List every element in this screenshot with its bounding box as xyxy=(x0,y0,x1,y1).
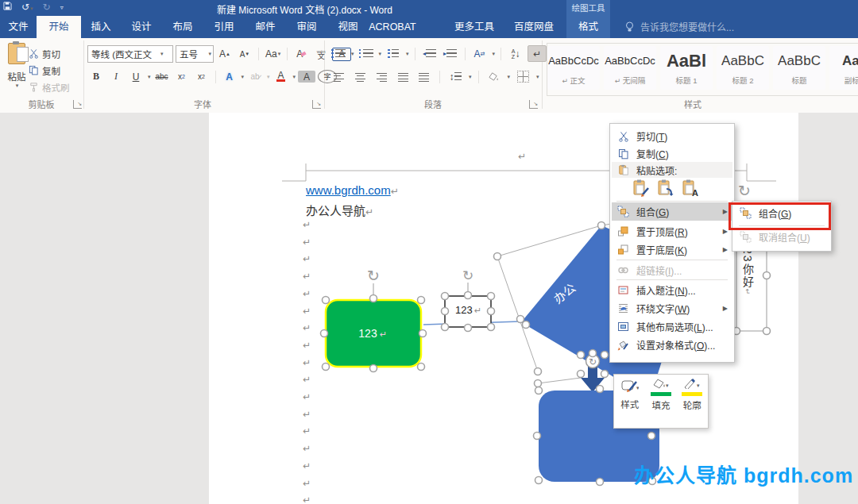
line-spacing-button[interactable]: ↕ xyxy=(446,69,464,84)
fill-color-icon: ▾ xyxy=(652,379,670,389)
style-name: 标题 xyxy=(773,75,825,86)
clear-formatting-button[interactable]: A xyxy=(292,47,310,62)
save-icon[interactable] xyxy=(3,2,12,13)
phonetic-guide-button[interactable]: wén 文 xyxy=(312,47,330,62)
numbering-button[interactable] xyxy=(358,46,375,61)
shape-style-button[interactable]: ▾ 样式 xyxy=(616,379,644,428)
menu-item-copy[interactable]: 复制C xyxy=(612,144,732,163)
paste-keep-text-only-button[interactable]: A xyxy=(682,179,699,200)
tab-acrobat[interactable]: ACROBAT xyxy=(367,16,418,38)
clipboard-dialog-launcher[interactable]: ↘ xyxy=(73,100,82,109)
font-size-combobox[interactable]: 五号▾ xyxy=(176,45,214,63)
align-left-button[interactable] xyxy=(330,69,347,84)
tab-more-tools[interactable]: 更多工具 xyxy=(443,16,505,38)
format-painter-icon xyxy=(29,82,39,92)
vertical-textbox[interactable]: 23你好↵ xyxy=(740,248,756,296)
tab-file[interactable]: 文件 xyxy=(0,16,37,38)
borders-button[interactable] xyxy=(514,69,531,84)
multilevel-list-button[interactable] xyxy=(385,46,402,61)
decrease-indent-button[interactable]: ◂ xyxy=(421,46,439,61)
watermark-text: 办公人导航 bgrdh.com xyxy=(634,460,853,488)
paste-button[interactable]: 粘贴 ▾ xyxy=(3,43,30,89)
format-painter-button[interactable]: 格式刷 xyxy=(29,79,70,94)
style-no-spacing[interactable]: AaBbCcDc ↵ 无间隔 xyxy=(604,46,656,90)
menu-item-wrap-text[interactable]: 环绕文字W ▶ xyxy=(612,299,732,317)
style-normal[interactable]: AaBbCcDc ↵ 正文 xyxy=(547,46,600,90)
bullets-button[interactable] xyxy=(330,46,347,61)
customize-qat-icon[interactable]: ▿ xyxy=(60,4,64,11)
tab-home[interactable]: 开始 xyxy=(37,16,81,38)
tab-review[interactable]: 审阅 xyxy=(286,16,327,38)
align-center-button[interactable] xyxy=(351,69,369,84)
shape-fill-button[interactable]: ▾ 填充 xyxy=(647,379,674,428)
style-name: 无间隔 xyxy=(623,76,646,85)
increase-indent-button[interactable]: ▸ xyxy=(442,46,459,61)
contextual-tab-group: 绘图工具 格式 xyxy=(566,0,610,38)
distribute-button[interactable] xyxy=(415,69,433,84)
menu-item-bring-to-front[interactable]: 置于顶层R ▶ xyxy=(612,222,732,240)
tab-baidu-netdisk[interactable]: 百度网盘 xyxy=(505,16,562,38)
grow-font-button[interactable]: A▲ xyxy=(216,47,234,62)
italic-button[interactable]: I xyxy=(107,69,125,84)
change-case-button[interactable]: Aa▾ xyxy=(264,47,282,62)
menu-separator xyxy=(739,225,825,226)
tab-references[interactable]: 引用 xyxy=(203,16,245,38)
format-painter-label: 格式刷 xyxy=(42,81,70,94)
tab-insert[interactable]: 插入 xyxy=(81,16,121,38)
strikethrough-button[interactable]: abc xyxy=(153,69,171,84)
tell-me-search[interactable]: 告诉我您想要做什么... xyxy=(625,20,734,33)
group-icon xyxy=(617,206,629,217)
tab-mailings[interactable]: 邮件 xyxy=(245,16,286,38)
font-name-combobox[interactable]: 等线 (西文正文▾ xyxy=(87,45,173,63)
document-area: ↵ www.bgrdh.com↵ 办公人导航↵ ↵ ↵ ↵ ↵ ↵ ↵ ↵ ↵ … xyxy=(0,113,858,504)
group-icon xyxy=(740,207,752,219)
style-subtitle[interactable]: AaB 副标题 xyxy=(829,46,858,90)
tab-layout[interactable]: 布局 xyxy=(162,16,203,38)
style-heading-1[interactable]: AaBl 标题 1 xyxy=(660,46,713,90)
highlight-color-button[interactable]: ab̷ xyxy=(246,69,264,84)
character-shading-button[interactable]: A xyxy=(298,71,315,83)
undo-icon[interactable]: ↺▾ xyxy=(21,2,33,13)
paragraph-dialog-launcher[interactable]: ↘ xyxy=(529,100,538,109)
paragraph-mark-icon: ↵ xyxy=(615,77,621,85)
style-heading-2[interactable]: AaBbC 标题 2 xyxy=(717,46,769,90)
tab-view[interactable]: 视图 xyxy=(327,16,369,38)
justify-button[interactable] xyxy=(394,69,412,84)
submenu-item-ungroup[interactable]: 取消组合U xyxy=(734,228,829,246)
paste-keep-source-formatting-button[interactable] xyxy=(632,179,650,200)
font-color-button[interactable]: A xyxy=(272,69,290,84)
copy-button[interactable]: 复制 xyxy=(29,63,60,78)
underline-button[interactable]: U xyxy=(127,69,145,84)
superscript-button[interactable]: x2 xyxy=(193,69,211,84)
sort-button[interactable]: AZ↓ xyxy=(507,46,524,61)
menu-item-format-object[interactable]: 设置对象格式O... xyxy=(612,336,732,354)
text-effects-button[interactable]: A xyxy=(221,69,238,84)
tab-format[interactable]: 格式 xyxy=(566,16,610,38)
menu-item-insert-caption[interactable]: 插入题注N... xyxy=(612,281,732,299)
style-title[interactable]: AaBbC 标题 xyxy=(773,46,825,90)
shape-style-icon: ▾ xyxy=(621,379,639,393)
svg-text:▾: ▾ xyxy=(697,383,700,388)
shape-outline-label: 轮廓 xyxy=(678,398,705,411)
menu-item-send-to-back[interactable]: 置于底层K ▶ xyxy=(612,240,732,259)
shape-outline-button[interactable]: ▾ 轮廓 xyxy=(678,379,705,428)
shading-button[interactable] xyxy=(485,69,503,84)
asian-layout-button[interactable]: A⇄ xyxy=(471,46,489,61)
tab-design[interactable]: 设计 xyxy=(121,16,162,38)
paste-merge-formatting-button[interactable] xyxy=(657,179,674,200)
show-paragraph-marks-button[interactable]: ↵ xyxy=(528,45,547,62)
submenu-item-group[interactable]: 组合G xyxy=(734,204,829,222)
bold-button[interactable]: B xyxy=(87,69,105,84)
lightbulb-icon xyxy=(625,21,634,33)
menu-item-cut[interactable]: 剪切T xyxy=(612,127,732,145)
hyperlink[interactable]: www.bgrdh.com xyxy=(306,183,391,197)
cut-button[interactable]: 剪切 xyxy=(29,46,60,61)
font-dialog-launcher[interactable]: ↘ xyxy=(312,100,321,109)
shrink-font-button[interactable]: A▼ xyxy=(236,47,253,62)
align-right-button[interactable] xyxy=(373,69,390,84)
subscript-button[interactable]: x2 xyxy=(173,69,191,84)
menu-item-group[interactable]: 组合G ▶ xyxy=(612,202,732,221)
menu-item-hyperlink[interactable]: 超链接I... xyxy=(612,261,732,279)
menu-item-more-layout-options[interactable]: 其他布局选项L... xyxy=(612,317,732,336)
redo-icon[interactable]: ↻ xyxy=(43,2,51,13)
